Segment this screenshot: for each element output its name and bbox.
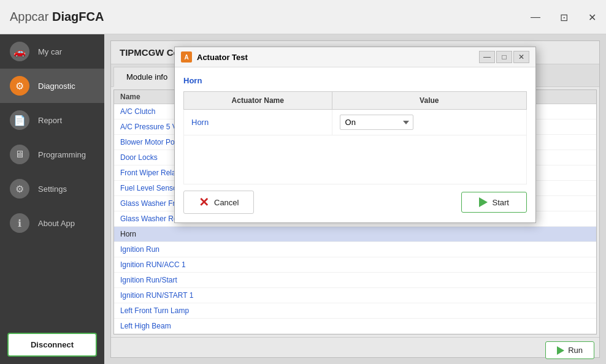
sidebar-label-programming: Programming xyxy=(38,150,86,159)
actuator-table: Actuator Name Value Horn On Off xyxy=(183,91,527,184)
sidebar-label-settings: Settings xyxy=(38,184,67,194)
sidebar-item-report[interactable]: 📄 Report xyxy=(0,103,104,137)
close-button[interactable]: ✕ xyxy=(578,0,606,34)
cancel-icon: ✕ xyxy=(199,196,209,208)
dialog-section-title: Horn xyxy=(183,76,527,85)
report-icon: 📄 xyxy=(10,110,29,130)
value-select[interactable]: On Off xyxy=(340,115,413,130)
actuator-name-cell: Horn xyxy=(184,110,332,135)
col-value: Value xyxy=(332,92,526,110)
dialog-overlay: A Actuator Test — □ ✕ Horn Actuator Na xyxy=(104,34,606,364)
content-area: TIPMCGW Central Module info Name A/C Clu… xyxy=(104,34,606,364)
dialog-app-icon: A xyxy=(181,51,192,63)
sidebar-label-about: About App xyxy=(38,219,75,228)
sidebar-label-report: Report xyxy=(38,116,62,125)
start-button[interactable]: Start xyxy=(461,192,527,213)
sidebar-label-diagnostic: Diagnostic xyxy=(38,82,75,91)
dialog-title-buttons: — □ ✕ xyxy=(479,51,529,63)
dialog-titlebar: A Actuator Test — □ ✕ xyxy=(175,47,535,67)
actuator-spacer xyxy=(184,135,527,184)
title-bar-buttons: — ⊡ ✕ xyxy=(521,0,606,34)
app-title: Appcar DiagFCA xyxy=(10,10,104,24)
dialog-maximize-button[interactable]: □ xyxy=(496,51,512,63)
cancel-button[interactable]: ✕ Cancel xyxy=(183,191,254,214)
dialog-body: Horn Actuator Name Value Horn xyxy=(175,67,535,222)
sidebar-item-my-car[interactable]: 🚗 My car xyxy=(0,34,104,69)
actuator-value-cell: On Off xyxy=(332,110,526,135)
car-icon: 🚗 xyxy=(10,42,29,61)
actuator-row: Horn On Off xyxy=(184,110,527,135)
sidebar-item-about[interactable]: ℹ About App xyxy=(0,206,104,240)
col-actuator-name: Actuator Name xyxy=(184,92,332,110)
diagnostic-icon: ⚙ xyxy=(10,76,29,96)
minimize-button[interactable]: — xyxy=(521,0,550,34)
main-layout: 🚗 My car ⚙ Diagnostic 📄 Report 🖥 Program… xyxy=(0,34,606,364)
sidebar-item-settings[interactable]: ⚙ Settings xyxy=(0,172,104,206)
sidebar: 🚗 My car ⚙ Diagnostic 📄 Report 🖥 Program… xyxy=(0,34,104,364)
dialog-close-button[interactable]: ✕ xyxy=(513,51,529,63)
title-bar: Appcar DiagFCA — ⊡ ✕ xyxy=(0,0,606,34)
play-icon xyxy=(479,197,488,207)
maximize-button[interactable]: ⊡ xyxy=(550,0,578,34)
disconnect-button[interactable]: Disconnect xyxy=(7,333,97,357)
dialog-title: Actuator Test xyxy=(197,53,474,62)
sidebar-item-diagnostic[interactable]: ⚙ Diagnostic xyxy=(0,69,104,103)
dialog-minimize-button[interactable]: — xyxy=(479,51,495,63)
sidebar-label-my-car: My car xyxy=(38,47,62,56)
sidebar-item-programming[interactable]: 🖥 Programming xyxy=(0,137,104,172)
dialog-actions: ✕ Cancel Start xyxy=(183,191,527,214)
about-icon: ℹ xyxy=(10,213,29,233)
programming-icon: 🖥 xyxy=(10,145,29,164)
settings-icon: ⚙ xyxy=(10,179,29,199)
actuator-dialog: A Actuator Test — □ ✕ Horn Actuator Na xyxy=(174,47,536,223)
